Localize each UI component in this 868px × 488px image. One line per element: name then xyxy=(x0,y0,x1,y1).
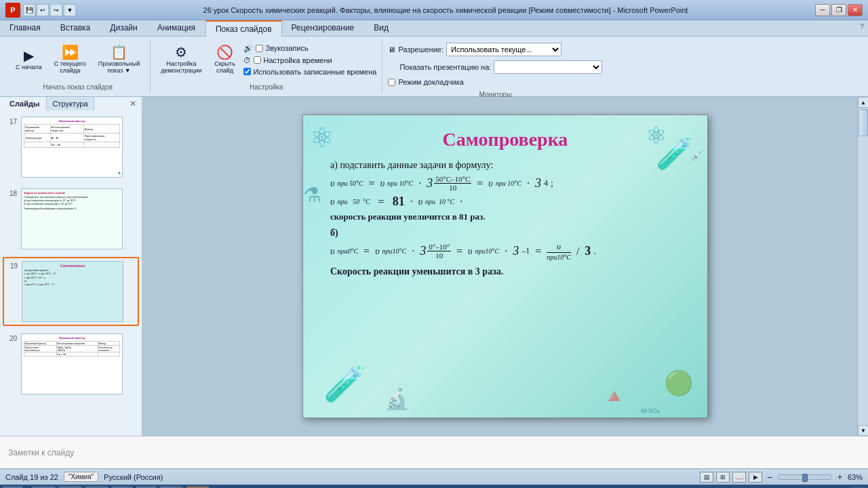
btn-setup-demo[interactable]: ⚙ Настройкадемонстрации xyxy=(156,42,206,77)
slide-preview-20: Изучаемый фактор Изучаемый фактор Исполь… xyxy=(21,333,123,394)
btn-from-current-label: С текущегослайда xyxy=(54,60,86,74)
normal-view-btn[interactable]: ▤ xyxy=(700,472,713,483)
slide-num-17: 17 xyxy=(6,117,17,125)
ribbon: Главная Вставка Дизайн Анимация Показ сл… xyxy=(0,20,868,97)
minimize-btn[interactable]: ─ xyxy=(815,4,830,16)
formula-b-container: б) xyxy=(330,228,680,239)
chk-presenter-label: Режим докладчика xyxy=(398,78,463,86)
hide-slide-icon: 🚫 xyxy=(216,45,233,59)
chk-timing-row[interactable]: ⏱ Настройка времени xyxy=(243,56,377,65)
resolution-select[interactable]: Использовать текуще... xyxy=(446,43,561,56)
office-logo: P xyxy=(5,3,20,18)
btn-from-current[interactable]: ⏩ С текущегослайда xyxy=(50,42,91,77)
chk-use-timing-label: Использовать записанные времена xyxy=(254,68,377,76)
chk-use-timing[interactable] xyxy=(243,68,251,75)
show-on-row: Показать презентацию на: xyxy=(388,60,602,75)
btn-custom-show[interactable]: 📋 Произвольныйпоказ ▼ xyxy=(94,42,145,77)
status-bar: Слайд 19 из 22 "Химия" Русский (Россия) … xyxy=(0,468,868,485)
theme-tag[interactable]: "Химия" xyxy=(64,472,98,482)
ribbon-content: ▶ С начала ⏩ С текущегослайда 📋 Произвол… xyxy=(0,37,868,96)
chk-presenter-row[interactable]: Режим докладчика xyxy=(388,77,602,87)
zoom-in-btn[interactable]: + xyxy=(837,472,842,482)
btn-custom-label: Произвольныйпоказ ▼ xyxy=(98,60,140,74)
scroll-track xyxy=(858,108,868,425)
redo-btn[interactable]: ↪ xyxy=(50,4,62,16)
restore-btn[interactable]: ❐ xyxy=(831,4,846,16)
chk-sound-label: Звукозапись xyxy=(266,44,309,52)
ribbon-group-monitors: 🖥 Разрешение: Использовать текуще... Пок… xyxy=(382,39,608,94)
tab-structure[interactable]: Структура xyxy=(47,97,94,110)
slide-info: Слайд 19 из 22 xyxy=(5,473,58,481)
zoom-out-btn[interactable]: – xyxy=(768,472,772,482)
zoom-slider[interactable] xyxy=(778,474,832,480)
scroll-thumb[interactable] xyxy=(859,109,868,136)
sidebar: Слайды Структура ✕ 17 Изучаемый фактор И… xyxy=(0,97,142,436)
window-title: 26 урок Скорость химических реакций. Фак… xyxy=(76,6,815,14)
chk-sound[interactable] xyxy=(256,45,263,52)
slide-watermark: M-SO₄ xyxy=(642,407,660,414)
btn-hide-slide[interactable]: 🚫 Скрытьслайд xyxy=(210,42,241,77)
sidebar-header: Слайды Структура ✕ xyxy=(0,97,142,110)
tab-slideshow[interactable]: Показ слайдов xyxy=(205,20,282,37)
slide-preview-17: Изучаемый фактор Изучаемый факторИспольз… xyxy=(21,117,123,178)
slide-num-20: 20 xyxy=(6,333,17,342)
chk-presenter[interactable] xyxy=(388,79,395,86)
show-on-select[interactable] xyxy=(494,60,602,74)
slide-preview-18: Задача на применение знаний: • Определит… xyxy=(21,188,123,249)
zoom-slider-thumb[interactable] xyxy=(802,474,808,482)
slideshow-view-btn[interactable]: ▶ xyxy=(749,472,762,483)
btn-from-start[interactable]: ▶ С начала xyxy=(11,45,47,74)
slide-sorter-btn[interactable]: ⊞ xyxy=(716,472,730,483)
chk-sound-row[interactable]: 🔊 Звукозапись xyxy=(243,43,377,54)
slide-list[interactable]: 17 Изучаемый фактор Изучаемый факторИспо… xyxy=(0,110,142,436)
slide-thumb-20[interactable]: 20 Изучаемый фактор Изучаемый фактор Исп… xyxy=(3,330,139,398)
slide-canvas: ⚛ ⚛ 🧪 🧪 🔬 🔺 ⚗ 🟢 💉 Самопроверка а) подста… xyxy=(302,115,708,418)
title-bar: P 💾 ↩ ↪ ▼ 26 урок Скорость химических ре… xyxy=(0,0,868,20)
resolution-label: Разрешение: xyxy=(398,45,443,54)
ribbon-group-startshow: ▶ С начала ⏩ С текущегослайда 📋 Произвол… xyxy=(5,39,151,94)
slide-thumb-18[interactable]: 18 Задача на применение знаний: • Опреде… xyxy=(3,185,139,253)
slide-num-18: 18 xyxy=(6,188,17,197)
tab-animation[interactable]: Анимация xyxy=(148,20,205,36)
slide-thumb-19[interactable]: 19 Самопроверка a) подставить данные... … xyxy=(3,257,139,326)
notes-area: Заметки к слайду xyxy=(0,436,868,468)
zoom-level[interactable]: 63% xyxy=(848,473,863,481)
ribbon-group-setup: ⚙ Настройкадемонстрации 🚫 Скрытьслайд 🔊 … xyxy=(151,39,382,94)
chk-use-timing-row[interactable]: Использовать записанные времена xyxy=(243,67,377,77)
undo-btn[interactable]: ↩ xyxy=(37,4,49,16)
chk-timing[interactable] xyxy=(254,56,261,64)
help-btn[interactable]: ? xyxy=(856,20,868,33)
canvas-area: ⚛ ⚛ 🧪 🧪 🔬 🔺 ⚗ 🟢 💉 Самопроверка а) подста… xyxy=(142,97,868,436)
tab-home[interactable]: Главная xyxy=(0,20,51,36)
group-startshow-label: Начать показ слайдов xyxy=(43,82,113,91)
tab-review[interactable]: Рецензирование xyxy=(282,20,365,36)
conclusion-a: скорость реакции увеличится в 81 раз. xyxy=(330,211,680,222)
tab-insert[interactable]: Вставка xyxy=(51,20,101,36)
reading-view-btn[interactable]: 📖 xyxy=(732,472,746,483)
scroll-up-btn[interactable]: ▲ xyxy=(858,97,868,108)
from-current-icon: ⏩ xyxy=(62,45,79,59)
chk-timing-label: Настройка времени xyxy=(264,56,332,64)
tab-view[interactable]: Вид xyxy=(364,20,399,36)
btn-hide-label: Скрытьслайд xyxy=(214,60,235,74)
sidebar-close-btn[interactable]: ✕ xyxy=(127,98,139,110)
customize-btn[interactable]: ▼ xyxy=(64,4,76,16)
sound-icon: 🔊 xyxy=(243,44,253,53)
main-area: Слайды Структура ✕ 17 Изучаемый фактор И… xyxy=(0,97,868,436)
formula-a1: υ при 50°С = υ при 10°С · 3 50°С–10°С 10… xyxy=(330,175,680,192)
group-setup-label: Настройка xyxy=(250,82,283,91)
scroll-down-btn[interactable]: ▼ xyxy=(858,425,868,436)
conclusion-b: Скорость реакции уменьшится в 3 раза. xyxy=(330,266,680,277)
close-btn[interactable]: ✕ xyxy=(848,4,863,16)
quick-save-btn[interactable]: 💾 xyxy=(23,4,35,16)
ribbon-tabs: Главная Вставка Дизайн Анимация Показ сл… xyxy=(0,20,868,37)
right-scrollbar: ▲ ▼ xyxy=(857,97,868,436)
notes-placeholder[interactable]: Заметки к слайду xyxy=(8,448,74,458)
tab-slides[interactable]: Слайды xyxy=(3,97,47,110)
language-indicator[interactable]: Русский (Россия) xyxy=(104,473,163,481)
tab-design[interactable]: Дизайн xyxy=(100,20,147,36)
slide-background: ⚛ ⚛ 🧪 🧪 🔬 🔺 ⚗ 🟢 💉 Самопроверка а) подста… xyxy=(303,115,707,418)
slide-thumb-17[interactable]: 17 Изучаемый фактор Изучаемый факторИспо… xyxy=(3,113,139,181)
from-start-icon: ▶ xyxy=(24,49,34,62)
slide-main-content: а) подставить данные задачи в формулу: υ… xyxy=(303,157,707,283)
